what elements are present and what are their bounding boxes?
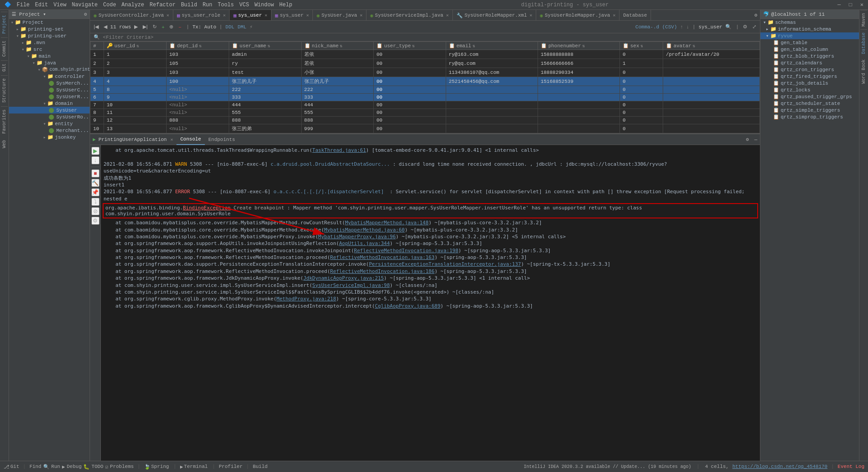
table-cell[interactable]: 00 [374, 124, 446, 133]
table-cell[interactable]: 00 [374, 94, 446, 101]
table-cell[interactable] [663, 86, 760, 94]
tab-sysuserrolemapper-xml[interactable]: 🔧SysUserRoleMapper.xml✕ [453, 10, 537, 21]
table-cell[interactable] [663, 109, 760, 117]
table-cell[interactable]: 100 [167, 77, 229, 86]
col-header-nick-name[interactable]: 📋nick_name⇅ [301, 42, 374, 50]
tab-sysuserserviceimpl[interactable]: ◉SysUserServiceImpl.java✕ [366, 10, 452, 21]
window-minimize[interactable]: ─ [835, 2, 843, 8]
table-cell[interactable]: 00 [374, 117, 446, 124]
table-cell[interactable]: 1134386107@qq.com [446, 68, 538, 77]
table-cell[interactable]: <null> [167, 109, 229, 117]
sysuser-insert-link[interactable]: SysUserServiceImpl.java:98 [312, 282, 390, 288]
table-cell[interactable]: admin [229, 50, 302, 59]
table-cell[interactable]: 1 [619, 59, 663, 68]
table-cell[interactable]: 0 [619, 109, 663, 117]
table-cell[interactable] [446, 101, 538, 109]
table-cell[interactable] [663, 59, 760, 68]
database-label[interactable]: Database [860, 29, 867, 57]
table-cell[interactable] [663, 117, 760, 124]
endpoints-tab[interactable]: Endpoints [205, 134, 239, 145]
db-qrtz-blob[interactable]: 📋qrtz_blob_triggers [760, 53, 859, 59]
run-collapse-icon[interactable]: — [751, 137, 760, 142]
table-cell[interactable]: 3 [104, 68, 167, 77]
col-header-user-name[interactable]: 📋user_name⇅ [229, 42, 302, 50]
table-cell[interactable]: 0 [619, 50, 663, 59]
run-filter-btn[interactable]: ⊘ [91, 207, 99, 215]
db-qrtz-cron[interactable]: 📋qrtz_cron_triggers [760, 66, 859, 73]
tree-main[interactable]: ▾📁main [9, 53, 90, 59]
table-cell[interactable]: <null> [167, 94, 229, 101]
jdk-link[interactable]: JdkDynamicAopProxy.java:215 [303, 275, 384, 281]
table-cell[interactable] [538, 94, 619, 101]
table-cell[interactable]: 222 [229, 86, 302, 94]
menu-run[interactable]: Run [200, 2, 215, 8]
table-cell[interactable]: 00 [374, 86, 446, 94]
menu-window[interactable]: Window [252, 2, 276, 8]
db-information-schema[interactable]: ▸📁information_schema [760, 26, 859, 32]
run-status[interactable]: Run [51, 464, 60, 469]
tree-domain[interactable]: ▾📁domain [9, 100, 90, 107]
table-cell[interactable] [446, 109, 538, 117]
table-cell[interactable]: 00 [374, 101, 446, 109]
db-qrtz-paused[interactable]: 📋qrtz_paused_trigger_grps [760, 93, 859, 100]
taskthread-link[interactable]: TaskThread.java:61 [312, 147, 366, 153]
binding-exception-link[interactable]: BindingException [183, 205, 231, 211]
table-row[interactable]: 11103admin若依00ry@163.com158888888880/pro… [90, 50, 760, 59]
commit-label[interactable]: Commit [1, 37, 8, 59]
col-header-user-id[interactable]: 🔑user_id⇅ [104, 42, 167, 50]
table-cell[interactable]: 5 [90, 86, 104, 94]
menu-refactor[interactable]: Refactor [147, 2, 178, 8]
table-cell[interactable]: 18888290334 [538, 68, 619, 77]
table-cell[interactable]: 10 [104, 101, 167, 109]
tree-printing-set[interactable]: ▸📁printing-set [9, 26, 90, 32]
table-cell[interactable]: 张三的弟 [229, 124, 302, 133]
table-cell[interactable]: 0 [619, 94, 663, 101]
url-link[interactable]: https://blog.csdn.net/qq_4548170 [732, 464, 827, 469]
dml-btn[interactable]: DML [238, 24, 247, 30]
build-status[interactable]: Build [253, 464, 267, 469]
table-cell[interactable]: ry [229, 59, 302, 68]
table-cell[interactable]: 12 [104, 117, 167, 124]
run-build-btn[interactable]: 🔨 [91, 179, 99, 187]
tab-sys-user2[interactable]: ▦sys_user✕ [271, 10, 313, 21]
find-status[interactable]: Find [29, 464, 41, 469]
table-cell[interactable]: 00 [374, 68, 446, 77]
table-row[interactable]: 1013<null>张三的弟999000 [90, 124, 760, 133]
tree-sysuserr[interactable]: ⬤SysUserR... [9, 93, 90, 100]
tree-printing-user[interactable]: ▾📁printing-user [9, 32, 90, 39]
table-row[interactable]: 912888888888000 [90, 117, 760, 124]
db-qrtz-calendars[interactable]: 📋qrtz_calendars [760, 59, 859, 66]
window-close[interactable]: ✕ [858, 1, 866, 8]
table-cell[interactable]: 15666666666 [538, 59, 619, 68]
menu-code[interactable]: Code [100, 2, 119, 8]
cglib-link[interactable]: CglibAopProxy.java:689 [375, 303, 441, 309]
favorites-label[interactable]: Favorites [1, 106, 8, 136]
table-cell[interactable]: 张三的儿子 [229, 77, 302, 86]
db-gen-table[interactable]: 📋gen_table [760, 39, 859, 46]
table-cell[interactable]: 若依 [301, 50, 374, 59]
menu-edit[interactable]: Edit [32, 2, 51, 8]
methodproxy-link[interactable]: MethodProxy.java:218 [276, 296, 336, 302]
nav-first[interactable]: |◀ [92, 23, 100, 31]
web-label[interactable]: Web [1, 137, 8, 151]
console-tab[interactable]: Console [176, 134, 204, 145]
table-cell[interactable]: 0 [619, 86, 663, 94]
search-icon[interactable]: 🔍 [723, 23, 733, 31]
table-cell[interactable]: 15888888888 [538, 50, 619, 59]
table-cell[interactable] [663, 124, 760, 133]
debug-status[interactable]: Debug [67, 464, 81, 469]
reflective-link2[interactable]: ReflectiveMethodInvocation.java:163 [330, 254, 434, 260]
table-cell[interactable]: 0 [619, 68, 663, 77]
settings-icon2[interactable]: ⚙ [741, 23, 749, 31]
table-cell[interactable] [538, 86, 619, 94]
tab-sys-user-active[interactable]: ▦sys_user✕ [230, 10, 271, 21]
run-pin-btn[interactable]: 📌 [91, 188, 99, 196]
col-header-dept-id[interactable]: 📋dept_id⇅ [167, 42, 229, 50]
table-row[interactable]: 33103test小张001134386107@qq.com1888829033… [90, 68, 760, 77]
tree-sysmerch[interactable]: ⬤SysMerch... [9, 80, 90, 86]
table-cell[interactable]: 2 [104, 59, 167, 68]
tab-settings-icon[interactable]: ⚙ [751, 10, 760, 20]
filter-bar[interactable]: 🔍 <Filter Criteria> [90, 33, 760, 41]
table-cell[interactable]: ry@163.com [446, 50, 538, 59]
nav-prev[interactable]: ◀ [102, 23, 109, 31]
